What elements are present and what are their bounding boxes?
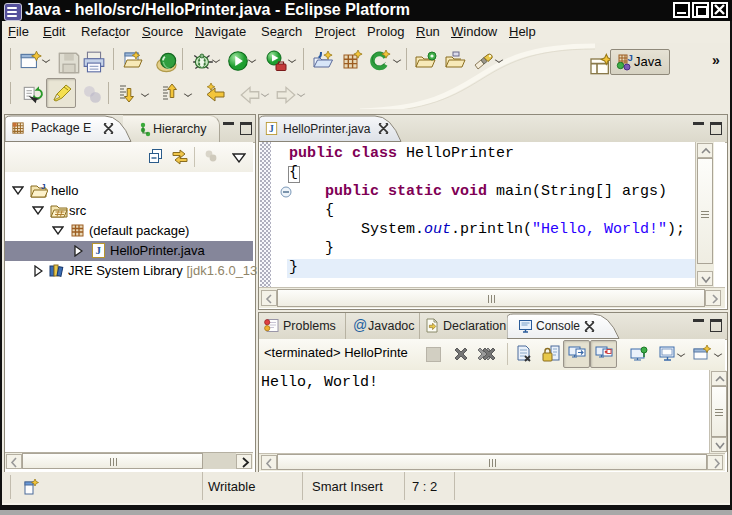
svg-text:J: J	[96, 244, 102, 256]
svg-text:J: J	[41, 182, 45, 191]
svg-text:J: J	[628, 53, 633, 63]
svg-text:J: J	[269, 124, 274, 134]
